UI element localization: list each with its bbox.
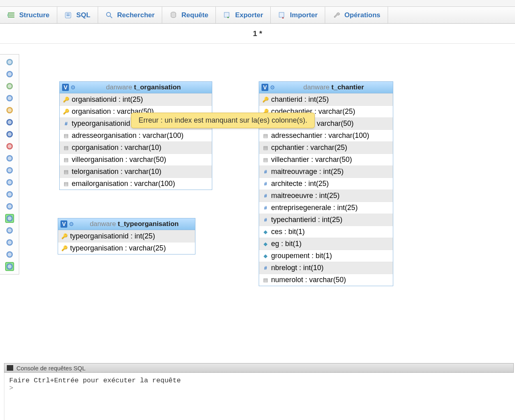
sql-console-body[interactable]: Faire Ctrl+Entrée pour exécuter la requê…	[4, 373, 514, 420]
column-text: typechantierid : int(25)	[271, 216, 342, 224]
table-column[interactable]: ◆ces : bit(1)	[259, 226, 393, 238]
tab-label: Rechercher	[117, 11, 155, 19]
svg-rect-5	[66, 15, 70, 16]
edit-icon[interactable]	[5, 106, 14, 115]
designer-sidebar	[0, 54, 19, 275]
table-column[interactable]: ▤cporganisation : varchar(10)	[60, 141, 212, 153]
table-column[interactable]: #nbrelogt : int(10)	[259, 262, 393, 274]
tab-importer[interactable]: Importer	[271, 7, 325, 23]
table-column[interactable]: #maitreouvrage : int(25)	[259, 166, 393, 178]
tab-sql[interactable]: SQL	[57, 7, 98, 23]
sql-icon	[64, 11, 72, 19]
hash-icon: #	[262, 265, 269, 271]
column-text: villechantier : varchar(50)	[271, 155, 352, 164]
table-column[interactable]: 🔑typeorganisation : varchar(25)	[58, 242, 195, 254]
svg-rect-0	[8, 12, 14, 14]
svg-rect-2	[8, 16, 14, 18]
table-column[interactable]: ◆eg : bit(1)	[259, 238, 393, 250]
tab-exporter[interactable]: Exporter	[216, 7, 271, 23]
column-text: entreprisegenerale : int(25)	[271, 204, 358, 212]
table-column[interactable]: ▤numerolot : varchar(50)	[259, 274, 393, 286]
table-column[interactable]: ▤emailorganisation : varchar(100)	[60, 178, 212, 190]
table-column[interactable]: ▤villechantier : varchar(50)	[259, 153, 393, 166]
sql-console-header[interactable]: Console de requêtes SQL	[4, 363, 514, 373]
tab-requête[interactable]: Requête	[162, 7, 216, 23]
table-title: danware t_organisation	[77, 83, 209, 91]
help-icon[interactable]	[5, 190, 14, 199]
text-icon: ▤	[262, 277, 269, 283]
visibility-badge[interactable]: V	[62, 84, 69, 91]
table-column[interactable]: 🔑organisationid : int(25)	[60, 93, 212, 105]
table-column[interactable]: 🔑chantierid : int(25)	[259, 93, 393, 105]
text-icon: ▤	[63, 133, 69, 139]
table-header[interactable]: V ⚙ danware t_organisation	[60, 82, 212, 93]
gear-icon[interactable]: ⚙	[69, 221, 74, 227]
designer-canvas[interactable]: V ⚙ danware t_organisation 🔑organisation…	[19, 44, 515, 353]
table-column[interactable]: 🔑typeorganisationid : int(25)	[58, 230, 195, 242]
info-icon[interactable]	[5, 202, 14, 211]
table-column[interactable]: ◆groupement : bit(1)	[259, 250, 393, 262]
visibility-badge[interactable]: V	[262, 84, 268, 91]
small-icon[interactable]	[5, 238, 14, 247]
new-page-icon[interactable]	[5, 94, 14, 103]
console-icon	[7, 365, 13, 371]
list-icon[interactable]	[5, 154, 14, 163]
table-header[interactable]: V ⚙ danware t_chantier	[259, 82, 393, 93]
table-t_chantier[interactable]: V ⚙ danware t_chantier 🔑chantierid : int…	[259, 81, 393, 286]
text-icon: ▤	[63, 169, 69, 175]
toggle-icon[interactable]	[5, 262, 14, 271]
collapse-icon[interactable]	[5, 58, 14, 67]
save-icon[interactable]	[5, 118, 14, 127]
key-icon: 🔑	[262, 97, 269, 103]
hash-icon: #	[63, 121, 69, 127]
table-column[interactable]: ▤villeorganisation : varchar(50)	[60, 153, 212, 166]
tab-label: Importer	[290, 11, 318, 19]
table-column[interactable]: #maitreoeuvre : int(25)	[259, 190, 393, 202]
table-header[interactable]: V ⚙ danware t_typeorganisation	[58, 218, 195, 230]
save-as-icon[interactable]	[5, 130, 14, 139]
table-column[interactable]: ▤adresseorganisation : varchar(100)	[60, 129, 212, 141]
table-column[interactable]: #typechantierid : int(25)	[259, 214, 393, 226]
hash-icon: #	[262, 205, 269, 211]
column-text: numerolot : varchar(50)	[271, 276, 346, 284]
text-icon: ▤	[63, 145, 69, 151]
column-text: chantierid : int(25)	[271, 95, 329, 104]
gear-icon[interactable]: ⚙	[270, 84, 275, 91]
tab-rechercher[interactable]: Rechercher	[98, 7, 163, 23]
column-text: emailorganisation : varchar(100)	[72, 180, 175, 188]
snap-grid-icon[interactable]	[5, 214, 14, 223]
table-t_typeorganisation[interactable]: V ⚙ danware t_typeorganisation 🔑typeorga…	[58, 218, 195, 254]
svg-point-20	[8, 108, 12, 112]
relation-icon[interactable]	[5, 166, 14, 175]
table-t_organisation[interactable]: V ⚙ danware t_organisation 🔑organisation…	[59, 81, 212, 190]
reload-icon[interactable]	[5, 178, 14, 187]
tab-label: Exporter	[235, 11, 263, 19]
table-column[interactable]: #entreprisegenerale : int(25)	[259, 202, 393, 214]
operations-icon	[332, 11, 340, 19]
hash-icon: #	[262, 169, 269, 175]
visibility-badge[interactable]: V	[60, 220, 67, 228]
gear-icon[interactable]: ⚙	[70, 84, 76, 91]
table-column[interactable]: ▤cpchantier : varchar(25)	[259, 141, 393, 153]
text-icon: ▤	[262, 145, 269, 151]
svg-point-18	[8, 96, 12, 100]
tab-opérations[interactable]: Opérations	[325, 7, 388, 23]
tab-structure[interactable]: Structure	[0, 7, 57, 23]
table-column[interactable]: #architecte : int(25)	[259, 178, 393, 190]
new-table-icon[interactable]	[5, 82, 14, 91]
grid-icon[interactable]	[5, 226, 14, 235]
top-nav: StructureSQLRechercherRequêteExporterImp…	[0, 7, 515, 24]
column-text: ces : bit(1)	[271, 228, 305, 236]
fullscreen-icon[interactable]	[5, 70, 14, 79]
table-column[interactable]: ▤telorganisation : varchar(10)	[60, 166, 212, 178]
svg-point-46	[8, 265, 12, 269]
table-column[interactable]: ▤adressechantier : varchar(100)	[259, 129, 393, 141]
designer-title: 1 *	[0, 24, 515, 44]
large-icon[interactable]	[5, 250, 14, 259]
svg-point-32	[8, 180, 12, 184]
query-icon	[169, 11, 177, 19]
console-title: Console de requêtes SQL	[16, 365, 86, 372]
delete-page-icon[interactable]	[5, 142, 14, 151]
svg-point-26	[8, 144, 12, 148]
svg-rect-4	[66, 14, 70, 14]
